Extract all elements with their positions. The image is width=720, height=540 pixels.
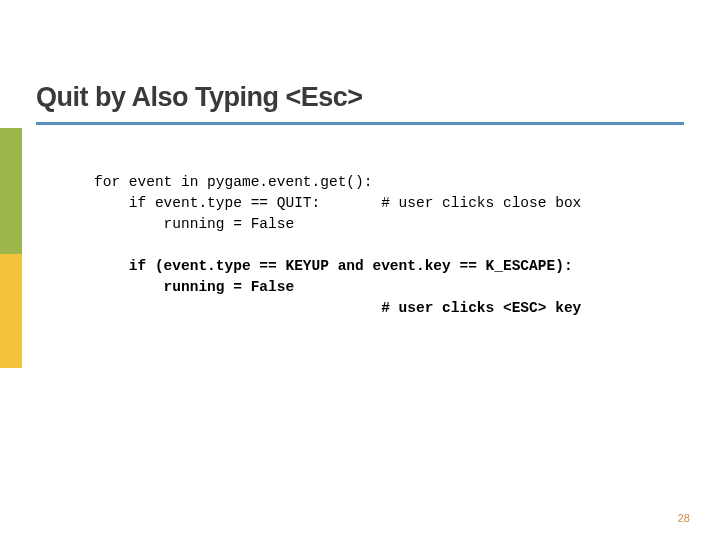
code-line-3: running = False: [94, 216, 294, 232]
code-line-5: if (event.type == KEYUP and event.key ==…: [94, 258, 573, 274]
code-line-7: # user clicks <ESC> key: [94, 300, 581, 316]
slide-title: Quit by Also Typing <Esc>: [36, 82, 363, 113]
code-line-1: for event in pygame.event.get():: [94, 174, 372, 190]
slide-canvas: Quit by Also Typing <Esc> for event in p…: [0, 0, 720, 540]
sidebar-yellow: [0, 254, 22, 368]
code-line-6: running = False: [94, 279, 294, 295]
code-line-2: if event.type == QUIT: # user clicks clo…: [94, 195, 581, 211]
page-number: 28: [678, 512, 690, 524]
title-underline: [36, 122, 684, 125]
code-block: for event in pygame.event.get(): if even…: [94, 172, 581, 319]
